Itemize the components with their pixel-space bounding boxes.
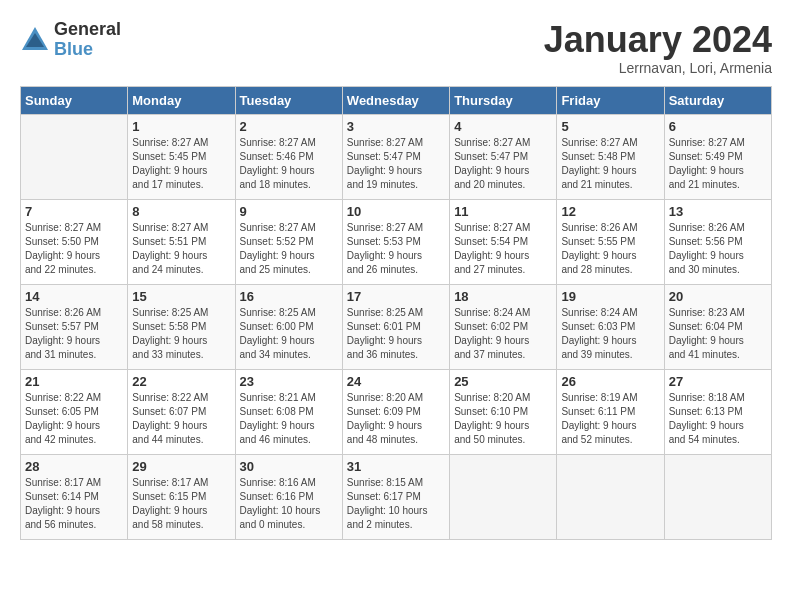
- day-info: Sunrise: 8:27 AM Sunset: 5:45 PM Dayligh…: [132, 136, 230, 192]
- day-info: Sunrise: 8:24 AM Sunset: 6:02 PM Dayligh…: [454, 306, 552, 362]
- calendar-cell: 17Sunrise: 8:25 AM Sunset: 6:01 PM Dayli…: [342, 284, 449, 369]
- day-number: 10: [347, 204, 445, 219]
- day-number: 19: [561, 289, 659, 304]
- calendar-cell: [664, 454, 771, 539]
- day-info: Sunrise: 8:16 AM Sunset: 6:16 PM Dayligh…: [240, 476, 338, 532]
- calendar-cell: [557, 454, 664, 539]
- calendar-cell: 9Sunrise: 8:27 AM Sunset: 5:52 PM Daylig…: [235, 199, 342, 284]
- calendar-cell: 13Sunrise: 8:26 AM Sunset: 5:56 PM Dayli…: [664, 199, 771, 284]
- day-number: 6: [669, 119, 767, 134]
- day-info: Sunrise: 8:17 AM Sunset: 6:14 PM Dayligh…: [25, 476, 123, 532]
- day-number: 14: [25, 289, 123, 304]
- day-info: Sunrise: 8:26 AM Sunset: 5:56 PM Dayligh…: [669, 221, 767, 277]
- calendar-cell: 24Sunrise: 8:20 AM Sunset: 6:09 PM Dayli…: [342, 369, 449, 454]
- day-number: 13: [669, 204, 767, 219]
- day-info: Sunrise: 8:27 AM Sunset: 5:46 PM Dayligh…: [240, 136, 338, 192]
- day-info: Sunrise: 8:25 AM Sunset: 5:58 PM Dayligh…: [132, 306, 230, 362]
- header-friday: Friday: [557, 86, 664, 114]
- calendar-cell: 7Sunrise: 8:27 AM Sunset: 5:50 PM Daylig…: [21, 199, 128, 284]
- day-info: Sunrise: 8:21 AM Sunset: 6:08 PM Dayligh…: [240, 391, 338, 447]
- day-number: 28: [25, 459, 123, 474]
- day-info: Sunrise: 8:20 AM Sunset: 6:09 PM Dayligh…: [347, 391, 445, 447]
- day-info: Sunrise: 8:27 AM Sunset: 5:51 PM Dayligh…: [132, 221, 230, 277]
- day-number: 7: [25, 204, 123, 219]
- logo: General Blue: [20, 20, 121, 60]
- day-info: Sunrise: 8:25 AM Sunset: 6:01 PM Dayligh…: [347, 306, 445, 362]
- calendar-cell: 22Sunrise: 8:22 AM Sunset: 6:07 PM Dayli…: [128, 369, 235, 454]
- logo-general: General: [54, 20, 121, 40]
- day-number: 11: [454, 204, 552, 219]
- day-number: 29: [132, 459, 230, 474]
- day-info: Sunrise: 8:19 AM Sunset: 6:11 PM Dayligh…: [561, 391, 659, 447]
- calendar-week-row: 14Sunrise: 8:26 AM Sunset: 5:57 PM Dayli…: [21, 284, 772, 369]
- day-number: 26: [561, 374, 659, 389]
- header-tuesday: Tuesday: [235, 86, 342, 114]
- calendar-week-row: 1Sunrise: 8:27 AM Sunset: 5:45 PM Daylig…: [21, 114, 772, 199]
- header-thursday: Thursday: [450, 86, 557, 114]
- day-number: 21: [25, 374, 123, 389]
- calendar-cell: [450, 454, 557, 539]
- location-subtitle: Lerrnavan, Lori, Armenia: [544, 60, 772, 76]
- calendar-cell: 2Sunrise: 8:27 AM Sunset: 5:46 PM Daylig…: [235, 114, 342, 199]
- day-info: Sunrise: 8:15 AM Sunset: 6:17 PM Dayligh…: [347, 476, 445, 532]
- calendar-cell: 12Sunrise: 8:26 AM Sunset: 5:55 PM Dayli…: [557, 199, 664, 284]
- header-monday: Monday: [128, 86, 235, 114]
- day-info: Sunrise: 8:27 AM Sunset: 5:49 PM Dayligh…: [669, 136, 767, 192]
- calendar-cell: 20Sunrise: 8:23 AM Sunset: 6:04 PM Dayli…: [664, 284, 771, 369]
- header-sunday: Sunday: [21, 86, 128, 114]
- day-info: Sunrise: 8:24 AM Sunset: 6:03 PM Dayligh…: [561, 306, 659, 362]
- calendar-cell: 1Sunrise: 8:27 AM Sunset: 5:45 PM Daylig…: [128, 114, 235, 199]
- calendar-table: SundayMondayTuesdayWednesdayThursdayFrid…: [20, 86, 772, 540]
- calendar-week-row: 7Sunrise: 8:27 AM Sunset: 5:50 PM Daylig…: [21, 199, 772, 284]
- day-number: 22: [132, 374, 230, 389]
- day-number: 23: [240, 374, 338, 389]
- day-number: 27: [669, 374, 767, 389]
- calendar-week-row: 21Sunrise: 8:22 AM Sunset: 6:05 PM Dayli…: [21, 369, 772, 454]
- calendar-cell: 26Sunrise: 8:19 AM Sunset: 6:11 PM Dayli…: [557, 369, 664, 454]
- calendar-cell: 10Sunrise: 8:27 AM Sunset: 5:53 PM Dayli…: [342, 199, 449, 284]
- day-number: 30: [240, 459, 338, 474]
- month-title: January 2024: [544, 20, 772, 60]
- day-info: Sunrise: 8:25 AM Sunset: 6:00 PM Dayligh…: [240, 306, 338, 362]
- calendar-cell: 3Sunrise: 8:27 AM Sunset: 5:47 PM Daylig…: [342, 114, 449, 199]
- day-number: 31: [347, 459, 445, 474]
- day-number: 24: [347, 374, 445, 389]
- calendar-cell: 31Sunrise: 8:15 AM Sunset: 6:17 PM Dayli…: [342, 454, 449, 539]
- day-number: 5: [561, 119, 659, 134]
- day-info: Sunrise: 8:27 AM Sunset: 5:47 PM Dayligh…: [454, 136, 552, 192]
- day-info: Sunrise: 8:22 AM Sunset: 6:07 PM Dayligh…: [132, 391, 230, 447]
- calendar-cell: 28Sunrise: 8:17 AM Sunset: 6:14 PM Dayli…: [21, 454, 128, 539]
- day-number: 17: [347, 289, 445, 304]
- day-info: Sunrise: 8:27 AM Sunset: 5:50 PM Dayligh…: [25, 221, 123, 277]
- day-number: 16: [240, 289, 338, 304]
- calendar-cell: 29Sunrise: 8:17 AM Sunset: 6:15 PM Dayli…: [128, 454, 235, 539]
- calendar-week-row: 28Sunrise: 8:17 AM Sunset: 6:14 PM Dayli…: [21, 454, 772, 539]
- day-info: Sunrise: 8:27 AM Sunset: 5:47 PM Dayligh…: [347, 136, 445, 192]
- day-number: 18: [454, 289, 552, 304]
- calendar-cell: 14Sunrise: 8:26 AM Sunset: 5:57 PM Dayli…: [21, 284, 128, 369]
- day-number: 8: [132, 204, 230, 219]
- calendar-cell: 16Sunrise: 8:25 AM Sunset: 6:00 PM Dayli…: [235, 284, 342, 369]
- calendar-cell: 21Sunrise: 8:22 AM Sunset: 6:05 PM Dayli…: [21, 369, 128, 454]
- calendar-cell: 23Sunrise: 8:21 AM Sunset: 6:08 PM Dayli…: [235, 369, 342, 454]
- day-number: 4: [454, 119, 552, 134]
- calendar-cell: 19Sunrise: 8:24 AM Sunset: 6:03 PM Dayli…: [557, 284, 664, 369]
- calendar-cell: 15Sunrise: 8:25 AM Sunset: 5:58 PM Dayli…: [128, 284, 235, 369]
- day-number: 25: [454, 374, 552, 389]
- title-area: January 2024 Lerrnavan, Lori, Armenia: [544, 20, 772, 76]
- calendar-cell: 5Sunrise: 8:27 AM Sunset: 5:48 PM Daylig…: [557, 114, 664, 199]
- day-info: Sunrise: 8:26 AM Sunset: 5:57 PM Dayligh…: [25, 306, 123, 362]
- calendar-cell: 30Sunrise: 8:16 AM Sunset: 6:16 PM Dayli…: [235, 454, 342, 539]
- day-info: Sunrise: 8:22 AM Sunset: 6:05 PM Dayligh…: [25, 391, 123, 447]
- day-number: 9: [240, 204, 338, 219]
- page-header: General Blue January 2024 Lerrnavan, Lor…: [20, 20, 772, 76]
- day-number: 12: [561, 204, 659, 219]
- calendar-cell: 8Sunrise: 8:27 AM Sunset: 5:51 PM Daylig…: [128, 199, 235, 284]
- day-info: Sunrise: 8:27 AM Sunset: 5:48 PM Dayligh…: [561, 136, 659, 192]
- calendar-cell: 27Sunrise: 8:18 AM Sunset: 6:13 PM Dayli…: [664, 369, 771, 454]
- day-number: 1: [132, 119, 230, 134]
- day-info: Sunrise: 8:20 AM Sunset: 6:10 PM Dayligh…: [454, 391, 552, 447]
- day-info: Sunrise: 8:26 AM Sunset: 5:55 PM Dayligh…: [561, 221, 659, 277]
- day-number: 15: [132, 289, 230, 304]
- calendar-header-row: SundayMondayTuesdayWednesdayThursdayFrid…: [21, 86, 772, 114]
